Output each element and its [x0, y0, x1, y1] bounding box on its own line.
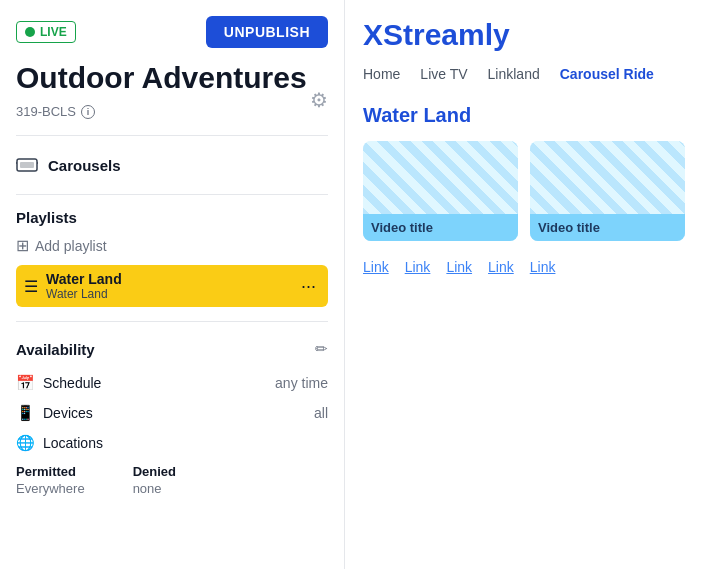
devices-label: Devices	[43, 405, 93, 421]
carousel-card-1[interactable]: Video title	[363, 141, 518, 241]
page-id: 319-BCLS i	[16, 104, 328, 119]
live-badge: LIVE	[16, 21, 76, 43]
brand-title: XStreamly	[363, 18, 687, 52]
footer-link-4[interactable]: Link	[488, 259, 514, 275]
section-title: Water Land	[363, 104, 687, 127]
locations-icon: 🌐	[16, 434, 35, 452]
add-playlist-row[interactable]: ⊞ Add playlist	[16, 234, 328, 257]
carousels-label: Carousels	[48, 157, 121, 174]
availability-label: Availability	[16, 341, 95, 358]
right-panel: XStreamly Home Live TV Linkland Carousel…	[345, 0, 705, 569]
permitted-value: Everywhere	[16, 481, 85, 496]
permitted-denied-row: Permitted Everywhere Denied none	[16, 458, 328, 498]
schedule-row: 📅 Schedule any time	[16, 368, 328, 398]
svg-rect-1	[20, 162, 34, 168]
devices-row: 📱 Devices all	[16, 398, 328, 428]
nav-livetv[interactable]: Live TV	[420, 66, 467, 82]
footer-links: Link Link Link Link Link	[363, 259, 687, 275]
divider-2	[16, 194, 328, 195]
playlist-item[interactable]: ☰ Water Land Water Land ···	[16, 265, 328, 307]
edit-icon[interactable]: ✏	[315, 340, 328, 358]
nav-linkland[interactable]: Linkland	[488, 66, 540, 82]
nav-carousel-ride[interactable]: Carousel Ride	[560, 66, 654, 82]
playlist-sub: Water Land	[46, 287, 122, 301]
add-icon: ⊞	[16, 236, 29, 255]
playlist-list-icon: ☰	[24, 277, 38, 296]
divider-1	[16, 135, 328, 136]
top-bar: LIVE UNPUBLISH	[16, 16, 328, 48]
add-playlist-label: Add playlist	[35, 238, 107, 254]
locations-label: Locations	[43, 435, 103, 451]
nav-links: Home Live TV Linkland Carousel Ride	[363, 66, 687, 82]
footer-link-5[interactable]: Link	[530, 259, 556, 275]
divider-3	[16, 321, 328, 322]
carousel-card-2[interactable]: Video title	[530, 141, 685, 241]
locations-row: 🌐 Locations	[16, 428, 328, 458]
schedule-label: Schedule	[43, 375, 101, 391]
footer-link-3[interactable]: Link	[446, 259, 472, 275]
carousels-row[interactable]: Carousels	[16, 146, 328, 184]
settings-gear-icon[interactable]: ⚙	[310, 88, 328, 112]
nav-home[interactable]: Home	[363, 66, 400, 82]
schedule-icon: 📅	[16, 374, 35, 392]
carousel-cards: Video title Video title	[363, 141, 687, 241]
footer-link-1[interactable]: Link	[363, 259, 389, 275]
denied-col: Denied none	[133, 464, 176, 496]
playlist-item-left: ☰ Water Land Water Land	[24, 271, 122, 301]
devices-value: all	[314, 405, 328, 421]
schedule-value: any time	[275, 375, 328, 391]
live-dot	[25, 27, 35, 37]
live-label: LIVE	[40, 25, 67, 39]
left-panel: LIVE UNPUBLISH Outdoor Adventures 319-BC…	[0, 0, 345, 569]
playlists-label: Playlists	[16, 209, 328, 226]
playlist-name: Water Land	[46, 271, 122, 287]
playlist-names: Water Land Water Land	[46, 271, 122, 301]
playlist-more-icon[interactable]: ···	[297, 276, 320, 297]
carousel-card-label-2: Video title	[530, 214, 685, 241]
denied-header: Denied	[133, 464, 176, 479]
footer-link-2[interactable]: Link	[405, 259, 431, 275]
availability-header: Availability ✏	[16, 340, 328, 358]
page-title: Outdoor Adventures	[16, 60, 328, 96]
info-icon[interactable]: i	[81, 105, 95, 119]
devices-icon: 📱	[16, 404, 35, 422]
permitted-col: Permitted Everywhere	[16, 464, 85, 496]
carousel-card-label-1: Video title	[363, 214, 518, 241]
denied-value: none	[133, 481, 176, 496]
page-id-text: 319-BCLS	[16, 104, 76, 119]
unpublish-button[interactable]: UNPUBLISH	[206, 16, 328, 48]
permitted-header: Permitted	[16, 464, 85, 479]
carousels-icon	[16, 156, 38, 174]
